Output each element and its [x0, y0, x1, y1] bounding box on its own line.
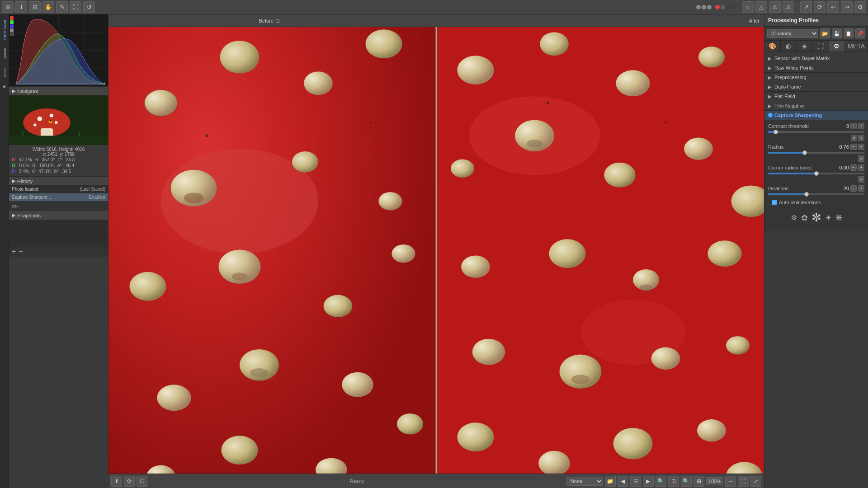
- iterations-plus[interactable]: +: [858, 185, 864, 192]
- contrast-threshold-eyedrop[interactable]: ✎: [858, 135, 864, 141]
- toolbar-btn-rotate[interactable]: ↺: [83, 1, 95, 13]
- bottom-btn-zoom-out[interactable]: 🔍: [656, 476, 666, 487]
- svg-point-27: [365, 29, 402, 58]
- toolbar-btn-settings[interactable]: ⚙: [854, 1, 866, 13]
- proc-preprocessing[interactable]: ▶ Preprocessing: [764, 73, 868, 82]
- tab-detail[interactable]: ◈: [797, 41, 813, 52]
- bottom-btn-maximize[interactable]: ⤢: [750, 476, 761, 487]
- film-negative-label: Film Negative: [774, 103, 864, 108]
- corner-radius-reset[interactable]: ↺: [858, 176, 864, 183]
- proc-sensor-bayer[interactable]: ▶ Sensor with Bayer Matrix: [764, 54, 868, 63]
- zoom-select[interactable]: None Crop Straighten: [566, 477, 603, 486]
- contrast-threshold-reset[interactable]: ↺: [851, 135, 857, 141]
- tab-exposure[interactable]: ◐: [781, 41, 797, 52]
- bottom-btn-zoom-page[interactable]: ⊞: [693, 476, 704, 487]
- toolbar-btn-warn2[interactable]: ⚠: [783, 1, 794, 13]
- svg-point-63: [571, 375, 590, 384]
- bottom-btn-nav-prev[interactable]: ◀: [618, 476, 628, 487]
- bottom-btn-open-folder[interactable]: 📁: [605, 476, 616, 487]
- tab-raw[interactable]: ⚙: [829, 41, 845, 52]
- profile-dropdown[interactable]: (Custom): [767, 29, 818, 38]
- capture-sharpening-header[interactable]: Capture Sharpening: [764, 111, 868, 120]
- a-label: a*:: [57, 163, 63, 168]
- iterations-row: Iterations 20 − +: [768, 185, 864, 195]
- history-item-0[interactable]: Photo loaded (Last Saved): [9, 185, 108, 193]
- toolbar-btn-info[interactable]: ℹ: [15, 1, 27, 13]
- toolbar-btn-triangle[interactable]: △: [755, 1, 767, 13]
- toolbar-btn-add[interactable]: ⊕: [2, 1, 14, 13]
- iterations-minus[interactable]: −: [850, 185, 857, 192]
- radius-thumb[interactable]: [802, 150, 807, 155]
- profile-btn-paste[interactable]: 📌: [855, 28, 865, 38]
- b-val: 2.4%: [19, 169, 29, 174]
- proc-raw-white[interactable]: ▶ Raw White Points: [764, 63, 868, 73]
- toolbar-btn-select[interactable]: ⛶: [70, 1, 81, 13]
- toolbar-btn-undo[interactable]: ↩: [827, 1, 839, 13]
- toolbar-btn-redo[interactable]: ↪: [841, 1, 853, 13]
- toolbar-btn-sync[interactable]: ⟳: [814, 1, 826, 13]
- bottom-btn-sync[interactable]: ⟳: [124, 476, 135, 487]
- image-view[interactable]: [108, 27, 764, 474]
- navigator-title[interactable]: ▶ Navigator: [9, 87, 108, 95]
- contrast-threshold-minus[interactable]: −: [850, 123, 857, 129]
- proc-dark-frame[interactable]: ▶ Dark-Frame: [764, 82, 868, 92]
- toolbar-btn-hand[interactable]: ✋: [42, 1, 54, 13]
- contrast-threshold-plus[interactable]: +: [858, 123, 864, 129]
- snapshots-title[interactable]: ▶ Snapshots: [9, 211, 108, 220]
- bottom-btn-color[interactable]: ⬡: [137, 476, 147, 487]
- left-icon-queue[interactable]: Queue: [0, 44, 9, 62]
- flat-field-label: Flat-Field: [774, 94, 864, 99]
- corner-radius-thumb[interactable]: [814, 171, 819, 176]
- history-item-1[interactable]: Capture Sharpeni... Enabled: [9, 193, 108, 202]
- toolbar-btn-pen[interactable]: ✎: [56, 1, 68, 13]
- bottom-btn-export[interactable]: ⬆: [111, 476, 122, 487]
- snapshot-remove-btn[interactable]: −: [19, 248, 23, 255]
- toolbar-btn-grid[interactable]: ⊞: [29, 1, 41, 13]
- proc-flat-field[interactable]: ▶ Flat-Field: [764, 92, 868, 101]
- left-icon-star[interactable]: ★: [0, 82, 9, 90]
- profile-btn-save[interactable]: 💾: [832, 28, 842, 38]
- profile-btn-open[interactable]: 📂: [820, 28, 830, 38]
- auto-limit-label: Auto limit iterations: [779, 200, 821, 205]
- history-title[interactable]: ▶ History: [9, 177, 108, 185]
- contrast-threshold-thumb[interactable]: [774, 130, 778, 134]
- left-icon-editor[interactable]: Editor: [0, 63, 9, 81]
- tab-transform[interactable]: ⛶: [813, 41, 829, 52]
- tab-metadata[interactable]: META: [845, 41, 868, 52]
- svg-point-35: [324, 295, 353, 317]
- bottom-btn-zoom-fit[interactable]: ⊡: [668, 476, 679, 487]
- corner-radius-track[interactable]: [768, 173, 864, 174]
- corner-radius-plus[interactable]: +: [858, 164, 864, 171]
- auto-limit-checkbox[interactable]: ✓: [772, 200, 777, 205]
- snapshot-add-btn[interactable]: +: [12, 248, 16, 255]
- history-arrow: ▶: [12, 178, 15, 184]
- bottom-btn-nav-compare[interactable]: ⊟: [630, 476, 641, 487]
- radius-minus[interactable]: −: [850, 144, 857, 150]
- image-dimensions: Width: 6016, Height: 4016: [12, 147, 105, 152]
- radius-plus[interactable]: +: [858, 144, 864, 150]
- proc-film-negative[interactable]: ▶ Film Negative: [764, 101, 868, 111]
- radius-reset[interactable]: ↺: [858, 155, 864, 162]
- profile-btn-copy[interactable]: 📋: [844, 28, 854, 38]
- toolbar-btn-warn1[interactable]: ⚠: [769, 1, 781, 13]
- toolbar-btn-circle[interactable]: ○: [742, 1, 754, 13]
- corner-radius-value: 0.00: [840, 165, 849, 170]
- corner-radius-minus[interactable]: −: [850, 164, 857, 171]
- svg-point-41: [397, 413, 423, 434]
- toolbar-btn-export[interactable]: ↗: [800, 1, 812, 13]
- svg-point-57: [549, 239, 585, 268]
- svg-point-32: [129, 272, 166, 301]
- bottom-btn-nav-next[interactable]: ▶: [643, 476, 654, 487]
- before-label-container: Before ⊟: [259, 18, 280, 24]
- tab-color[interactable]: 🎨: [764, 41, 781, 52]
- bottom-btn-zoom-in[interactable]: 🔍: [681, 476, 692, 487]
- corner-radius-row: Corner radius boost 0.00 − + ↺: [768, 164, 864, 183]
- svg-point-68: [613, 428, 653, 460]
- bottom-btn-fit-width[interactable]: ↔: [725, 476, 736, 487]
- left-icon-filebrowser[interactable]: File Browser: [0, 16, 9, 43]
- radius-track[interactable]: [768, 152, 864, 154]
- bottom-btn-fullscreen[interactable]: ⛶: [738, 476, 749, 487]
- contrast-threshold-track[interactable]: [768, 131, 864, 133]
- iterations-track[interactable]: [768, 193, 864, 195]
- iterations-thumb[interactable]: [804, 192, 809, 197]
